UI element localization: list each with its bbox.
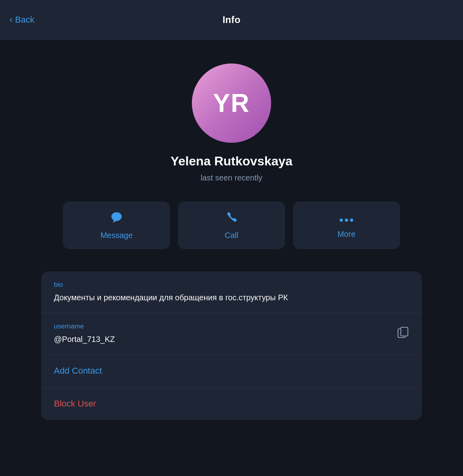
message-icon — [110, 211, 123, 227]
more-label: More — [337, 230, 356, 239]
block-user-label: Block User — [54, 399, 96, 409]
bio-value: Документы и рекомендации для обращения в… — [54, 292, 409, 303]
bio-row: bio Документы и рекомендации для обращен… — [41, 271, 422, 313]
add-contact-label: Add Contact — [54, 366, 102, 376]
svg-marker-1 — [113, 220, 117, 223]
info-card: bio Документы и рекомендации для обращен… — [41, 271, 422, 420]
call-label: Call — [225, 231, 238, 240]
username-row: username @Portal_713_KZ — [41, 313, 422, 355]
main-content: YR Yelena Rutkovskaya last seen recently… — [0, 40, 463, 476]
svg-point-2 — [340, 219, 343, 222]
avatar-container: YR — [192, 63, 271, 143]
contact-status: last seen recently — [201, 173, 262, 182]
action-buttons-row: Message Call More — [53, 202, 410, 249]
more-dots-icon — [339, 212, 354, 226]
avatar-initials: YR — [213, 88, 250, 118]
back-button[interactable]: ‹ Back — [10, 15, 34, 25]
message-label: Message — [100, 231, 132, 240]
add-contact-row[interactable]: Add Contact — [41, 355, 422, 388]
header: ‹ Back Info — [0, 0, 463, 40]
more-button[interactable]: More — [293, 202, 400, 249]
username-value: @Portal_713_KZ — [54, 334, 409, 345]
bio-label: bio — [54, 281, 409, 289]
back-label: Back — [15, 15, 34, 25]
message-button[interactable]: Message — [63, 202, 170, 249]
chevron-left-icon: ‹ — [10, 14, 13, 25]
contact-name: Yelena Rutkovskaya — [170, 154, 293, 169]
svg-rect-6 — [401, 327, 408, 336]
block-user-row[interactable]: Block User — [41, 388, 422, 420]
copy-button[interactable] — [397, 326, 409, 341]
call-button[interactable]: Call — [178, 202, 285, 249]
username-label: username — [54, 322, 409, 330]
phone-icon — [225, 211, 238, 227]
avatar: YR — [192, 63, 271, 143]
svg-point-0 — [111, 212, 122, 221]
svg-point-3 — [345, 219, 348, 222]
page-title: Info — [222, 14, 240, 25]
svg-point-4 — [350, 219, 353, 222]
